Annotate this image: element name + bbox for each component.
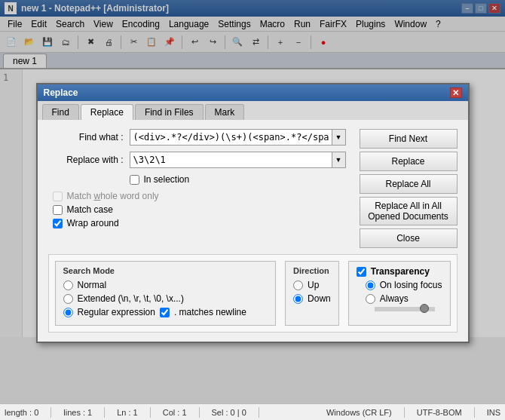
status-charset: UTF-8-BOM [417,408,462,417]
regex-radio-row: Regular expression . matches newline [63,307,268,317]
normal-label: Normal [78,280,107,290]
status-sep-1 [50,407,51,418]
match-whole-word-row: Match whole word only [48,191,346,201]
dialog-body: Find what : ▼ Replace with : ▼ [38,120,468,342]
status-length: length : 0 [5,408,38,417]
tab-replace[interactable]: Replace [81,104,133,120]
up-radio[interactable] [293,281,303,290]
status-sep-7 [474,407,475,418]
status-sep-5 [259,407,259,418]
find-next-button[interactable]: Find Next [360,129,458,149]
dialog-overlay: Replace ✕ Find Replace Find in Files Mar… [0,0,505,403]
replace-all-opened-button[interactable]: Replace All in All Opened Documents [360,197,458,225]
extended-label: Extended (\n, \r, \t, \0, \x...) [78,293,184,304]
up-label: Up [308,280,319,290]
match-case-label: Match case [67,204,113,215]
match-whole-word-checkbox[interactable] [53,192,63,201]
always-row: Always [357,293,442,304]
always-radio[interactable] [366,294,375,304]
status-sep-3 [150,407,151,418]
extended-radio-row: Extended (\n, \r, \t, \0, \x...) [63,293,268,304]
dialog-close-button[interactable]: ✕ [450,87,462,98]
down-radio-row: Down [293,293,331,304]
search-mode-group: Search Mode Normal Extended (\n, \r, \t,… [55,261,277,326]
always-label: Always [380,293,409,304]
status-sep-6 [404,407,405,418]
match-case-checkbox[interactable] [53,205,63,215]
normal-radio[interactable] [63,281,73,290]
status-sep-4 [199,407,200,418]
normal-radio-row: Normal [63,280,268,290]
tab-mark[interactable]: Mark [205,104,245,120]
extended-radio[interactable] [63,294,73,304]
replace-input-wrap: ▼ [130,152,346,168]
find-dropdown-btn[interactable]: ▼ [332,129,346,146]
wrap-around-checkbox[interactable] [53,219,63,228]
tab-find-in-files[interactable]: Find in Files [135,104,204,120]
transparency-slider-thumb [420,304,429,313]
match-case-row: Match case [48,204,346,215]
transparency-checkbox[interactable] [357,267,366,277]
transparency-label: Transparency [371,266,430,277]
down-label: Down [308,293,331,304]
replace-input[interactable] [130,152,332,168]
status-encoding: Windows (CR LF) [326,408,392,417]
transparency-group: Transparency On losing focus Always [348,261,451,326]
replace-with-row: Replace with : ▼ [48,152,346,168]
up-radio-row: Up [293,280,331,290]
status-bar: length : 0 lines : 1 Ln : 1 Col : 1 Sel … [0,403,505,420]
replace-all-button[interactable]: Replace All [360,174,458,194]
dialog-titlebar: Replace ✕ [38,84,468,101]
wrap-around-label: Wrap around [67,218,119,228]
in-selection-checkbox[interactable] [130,175,139,185]
status-sel: Sel : 0 | 0 [212,408,246,417]
match-whole-word-label: Match whole word only [67,191,159,201]
down-radio[interactable] [293,294,303,304]
form-area: Find what : ▼ Replace with : ▼ [48,129,346,248]
regex-label: Regular expression [78,307,155,317]
direction-group: Direction Up Down [285,261,339,326]
on-losing-focus-label: On losing focus [380,280,442,290]
form-buttons-wrap: Find what : ▼ Replace with : ▼ [48,129,458,248]
in-selection-label: In selection [144,174,190,185]
regex-radio[interactable] [63,308,73,317]
close-button[interactable]: Close [360,228,458,248]
dot-newline-label: . matches newline [174,307,246,317]
find-label: Find what : [48,132,124,143]
dialog-tabs: Find Replace Find in Files Mark [38,101,468,120]
buttons-column: Find Next Replace Replace All Replace Al… [360,129,458,248]
replace-dropdown-btn[interactable]: ▼ [332,152,346,168]
status-ln: Ln : 1 [117,408,138,417]
status-lines: lines : 1 [63,408,92,417]
transparency-slider[interactable] [375,307,435,311]
tab-find[interactable]: Find [42,104,79,120]
wrap-around-row: Wrap around [48,218,346,228]
find-input-wrap: ▼ [130,129,346,146]
find-what-row: Find what : ▼ [48,129,346,146]
find-input[interactable] [130,129,332,146]
replace-button[interactable]: Replace [360,152,458,171]
options-area: Search Mode Normal Extended (\n, \r, \t,… [48,254,458,333]
dot-newline-checkbox[interactable] [160,308,170,317]
replace-dialog: Replace ✕ Find Replace Find in Files Mar… [36,83,470,343]
status-col: Col : 1 [163,408,187,417]
direction-title: Direction [293,266,331,275]
on-losing-focus-radio[interactable] [366,281,375,290]
transparency-row: Transparency [357,266,442,277]
status-sep-2 [104,407,105,418]
in-selection-row: In selection [48,174,346,185]
on-losing-focus-row: On losing focus [357,280,442,290]
replace-label: Replace with : [48,155,124,165]
dialog-title: Replace [44,87,450,98]
status-ins: INS [487,408,500,417]
search-mode-title: Search Mode [63,266,268,275]
